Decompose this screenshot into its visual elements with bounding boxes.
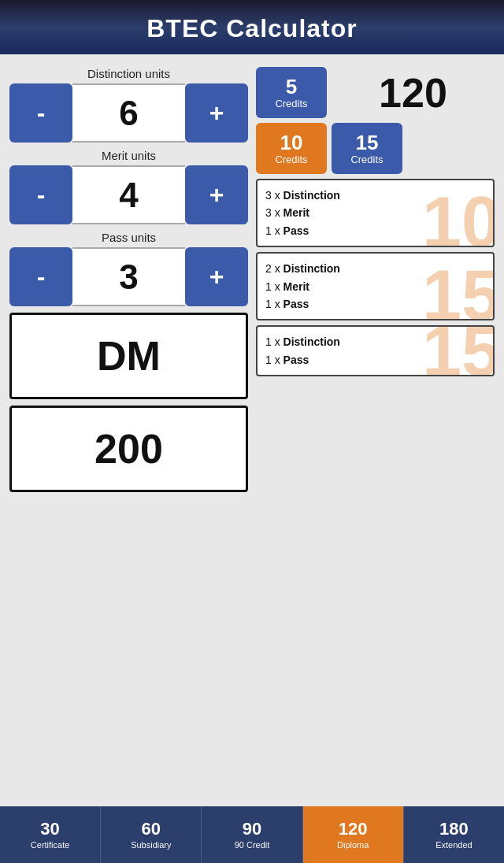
nav-extended-label: Extended: [435, 840, 472, 850]
info-box-1-line-2: 3 x Merit: [265, 204, 485, 221]
grade-box: DM: [9, 313, 248, 399]
credit-5-num: 5: [286, 76, 297, 98]
nav-certificate[interactable]: 30 Certificate: [0, 806, 101, 863]
spacer: [0, 712, 504, 806]
merit-value: 4: [72, 165, 185, 224]
score-value: 200: [94, 425, 163, 472]
credit-10-label: Credits: [275, 154, 307, 165]
nav-subsidiary-num: 60: [142, 819, 161, 839]
nav-90credit-num: 90: [243, 819, 261, 839]
distinction-counter: - 6 +: [9, 83, 248, 143]
nav-diploma[interactable]: 120 Diploma: [303, 806, 404, 863]
credit-10-button[interactable]: 10 Credits: [256, 123, 327, 174]
nav-90credit[interactable]: 90 90 Credit: [202, 806, 302, 863]
distinction-plus-button[interactable]: +: [185, 83, 248, 143]
credit-15-num: 15: [356, 131, 379, 154]
credit-15-button[interactable]: 15 Credits: [332, 123, 402, 174]
distinction-value: 6: [72, 83, 185, 143]
info-box-2: 2 x Distinction 1 x Merit 1 x Pass 15: [256, 252, 495, 320]
app-header: BTEC Calculator: [0, 0, 504, 54]
left-column: Distinction units - 6 + Merit units - 4: [9, 67, 248, 529]
info-box-1-line-1: 3 x Distinction: [265, 187, 485, 204]
nav-90credit-label: 90 Credit: [235, 840, 270, 850]
info-box-3: 1 x Distinction 1 x Pass 15: [256, 325, 495, 376]
merit-counter: - 4 +: [9, 165, 248, 224]
info-box-1-line-3: 1 x Pass: [265, 222, 485, 239]
pass-counter: - 3 +: [9, 247, 248, 306]
credit-5-button[interactable]: 5 Credits: [256, 67, 327, 118]
nav-subsidiary-label: Subsidiary: [131, 840, 171, 850]
info-box-2-line-1: 2 x Distinction: [265, 260, 485, 277]
merit-plus-button[interactable]: +: [185, 165, 248, 224]
distinction-minus-button[interactable]: -: [9, 83, 72, 143]
credit-15-label: Credits: [350, 154, 383, 165]
nav-diploma-label: Diploma: [337, 840, 369, 850]
merit-label: Merit units: [102, 149, 156, 162]
nav-extended[interactable]: 180 Extended: [404, 806, 504, 863]
main-content: Distinction units - 6 + Merit units - 4: [0, 54, 504, 712]
pass-plus-button[interactable]: +: [185, 247, 248, 306]
info-box-2-line-3: 1 x Pass: [265, 295, 485, 313]
bottom-nav: 30 Certificate 60 Subsidiary 90 90 Credi…: [0, 806, 504, 863]
app-title: BTEC Calculator: [8, 14, 496, 43]
info-box-3-line-2: 1 x Pass: [265, 351, 485, 369]
merit-group: Merit units - 4 +: [9, 149, 248, 224]
info-box-2-line-2: 1 x Merit: [265, 278, 485, 295]
credit-5-label: Credits: [275, 98, 307, 109]
nav-extended-num: 180: [439, 819, 469, 839]
nav-subsidiary[interactable]: 60 Subsidiary: [101, 806, 202, 863]
pass-group: Pass units - 3 +: [9, 231, 248, 306]
credit-top-row: 5 Credits 120: [256, 67, 495, 118]
pass-label: Pass units: [102, 231, 156, 244]
nav-certificate-num: 30: [40, 819, 59, 839]
info-box-3-line-1: 1 x Distinction: [265, 333, 485, 350]
right-column: 5 Credits 120 10 Credits 15 Credits 3 x …: [256, 67, 495, 529]
nav-diploma-num: 120: [339, 819, 368, 839]
merit-minus-button[interactable]: -: [9, 165, 72, 224]
info-box-1: 3 x Distinction 3 x Merit 1 x Pass 10: [256, 179, 495, 247]
credit-10-num: 10: [280, 131, 303, 154]
total-score: 120: [332, 69, 495, 117]
nav-certificate-label: Certificate: [31, 840, 70, 850]
pass-minus-button[interactable]: -: [9, 247, 72, 306]
credit-row-2: 10 Credits 15 Credits: [256, 123, 495, 174]
grade-value: DM: [97, 332, 161, 380]
distinction-label: Distinction units: [87, 67, 170, 80]
score-box: 200: [9, 406, 248, 492]
pass-value: 3: [72, 247, 185, 306]
distinction-group: Distinction units - 6 +: [9, 67, 248, 143]
